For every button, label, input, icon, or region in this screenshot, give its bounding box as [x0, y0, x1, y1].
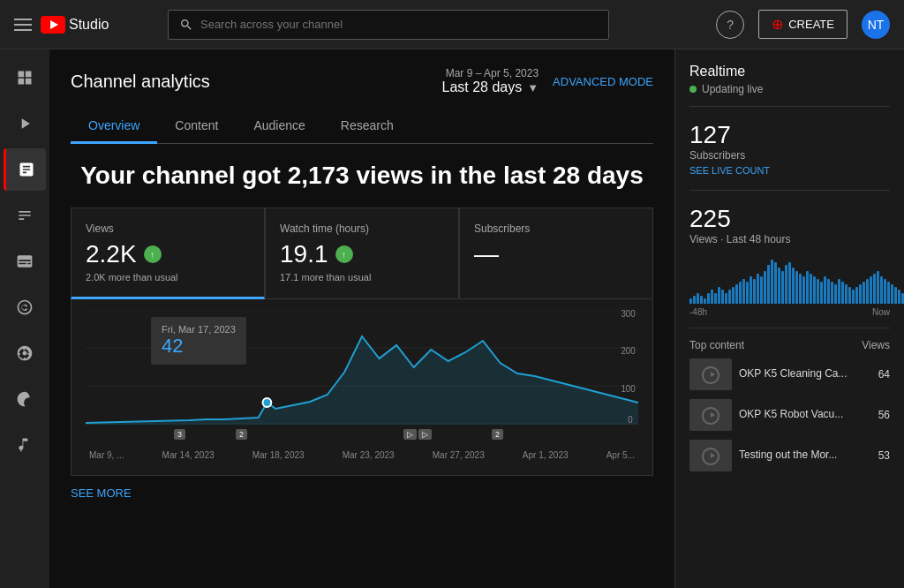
youtube-icon [41, 16, 65, 34]
sidebar-item-analytics[interactable] [4, 148, 46, 191]
see-live-count-link[interactable]: SEE LIVE COUNT [689, 165, 890, 176]
time-label-start: -48h [689, 307, 707, 317]
mini-bar-item [802, 276, 805, 304]
content-title-1: OKP K5 Robot Vacu... [739, 408, 871, 422]
mini-bar-item [725, 293, 727, 305]
help-button[interactable]: ? [716, 11, 744, 39]
content-title-2: Testing out the Mor... [739, 449, 871, 463]
content-views-2: 53 [878, 449, 890, 462]
search-bar[interactable] [168, 10, 609, 40]
sidebar-item-earn[interactable] [4, 332, 46, 374]
mini-bar-item [711, 290, 713, 304]
mini-bar-item [746, 282, 749, 304]
mini-bar-item [714, 293, 717, 305]
svg-point-6 [263, 398, 272, 407]
content-icon [16, 115, 34, 132]
dropdown-arrow-icon[interactable]: ▼ [527, 81, 539, 94]
tab-content[interactable]: Content [157, 109, 236, 144]
content-title-0: OKP K5 Cleaning Ca... [739, 367, 871, 381]
create-button[interactable]: ⊕ CREATE [758, 10, 848, 39]
mini-bar-item [742, 279, 745, 304]
search-input[interactable] [200, 18, 598, 31]
main-content: Channel analytics Mar 9 – Apr 5, 2023 La… [49, 49, 904, 588]
mini-bar-item [880, 276, 883, 304]
x-label-1: Mar 14, 2023 [162, 450, 215, 460]
chart-container: Fri, Mar 17, 2023 42 [71, 299, 653, 476]
svg-text:0: 0 [628, 415, 633, 425]
tab-overview[interactable]: Overview [71, 109, 157, 144]
mini-bar-item [718, 287, 720, 304]
views-stat: 225 Views · Last 48 hours [689, 205, 890, 245]
mini-bar-item [848, 287, 851, 304]
content-area: Channel analytics Mar 9 – Apr 5, 2023 La… [49, 49, 904, 588]
layout: Channel analytics Mar 9 – Apr 5, 2023 La… [0, 49, 904, 588]
views-value: 2.2K ↑ [86, 240, 250, 268]
metric-subscribers[interactable]: Subscribers — [459, 207, 653, 299]
avatar-initials: NT [868, 18, 885, 32]
subscribers-stat: 127 Subscribers SEE LIVE COUNT [689, 121, 890, 176]
mini-bar-item [887, 282, 890, 304]
watchtime-value: 19.1 ↑ [280, 240, 444, 268]
watchtime-up-arrow: ↑ [335, 245, 353, 263]
sidebar [0, 49, 49, 588]
metric-views[interactable]: Views 2.2K ↑ 2.0K more than usual [71, 207, 265, 299]
mini-bar-item [863, 282, 865, 304]
content-item-0[interactable]: OKP K5 Cleaning Ca... 64 [689, 358, 890, 390]
mini-bar-item [884, 279, 886, 304]
mini-bar-item [894, 287, 897, 304]
tab-audience[interactable]: Audience [236, 109, 322, 144]
x-label-0: Mar 9, ... [89, 450, 124, 460]
x-axis: Mar 9, ... Mar 14, 2023 Mar 18, 2023 Mar… [86, 450, 638, 460]
sidebar-item-content[interactable] [4, 102, 46, 145]
date-marker-2: 2 [236, 429, 247, 440]
content-views-1: 56 [878, 409, 890, 421]
sidebar-item-subtitles[interactable] [4, 240, 46, 283]
mini-bar-item [852, 290, 855, 304]
metric-watchtime[interactable]: Watch time (hours) 19.1 ↑ 17.1 more than… [265, 207, 459, 299]
metrics-row: Views 2.2K ↑ 2.0K more than usual Watch … [71, 207, 653, 299]
sidebar-item-customize[interactable] [4, 378, 46, 420]
mini-bar-item [697, 293, 699, 305]
sidebar-item-copyright[interactable] [4, 286, 46, 328]
content-thumb-1 [689, 399, 732, 431]
live-indicator: Updating live [689, 83, 890, 95]
mini-bar-item [855, 287, 858, 304]
mini-bar-item [767, 265, 770, 304]
audio-icon [16, 436, 34, 454]
content-item-1[interactable]: OKP K5 Robot Vacu... 56 [689, 399, 890, 431]
mini-bar-item [735, 284, 738, 304]
tooltip-date: Fri, Mar 17, 2023 [162, 324, 236, 335]
menu-button[interactable] [14, 19, 32, 31]
see-more-link[interactable]: SEE MORE [71, 486, 132, 500]
mini-bars-container [689, 260, 890, 304]
subscribers-value: — [474, 240, 638, 268]
watchtime-label: Watch time (hours) [280, 222, 444, 235]
x-label-5: Apr 1, 2023 [523, 450, 569, 460]
divider-3 [689, 328, 890, 328]
mini-bar-item [824, 276, 826, 304]
mini-bar-item [721, 290, 724, 304]
topbar-right: ? ⊕ CREATE NT [716, 10, 890, 39]
mini-bar-item [873, 274, 876, 304]
date-markers: 3 2 ▷ ▷ 2 [86, 429, 638, 447]
tab-research[interactable]: Research [323, 109, 411, 144]
sidebar-item-dashboard[interactable] [4, 57, 46, 99]
live-label: Updating live [702, 83, 763, 95]
sidebar-item-comments[interactable] [4, 194, 46, 237]
avatar[interactable]: NT [862, 11, 890, 39]
content-thumb-0 [689, 358, 732, 390]
date-range-text: Mar 9 – Apr 5, 2023 [442, 67, 539, 79]
create-plus-icon: ⊕ [772, 16, 783, 33]
content-item-2[interactable]: Testing out the Mor... 53 [689, 440, 890, 471]
subscribers-label: Subscribers [474, 222, 638, 235]
mini-bar-item [813, 276, 816, 304]
realtime-title: Realtime [689, 64, 890, 79]
mini-bar-item [774, 262, 777, 304]
sidebar-item-audio[interactable] [4, 424, 46, 466]
copyright-icon [16, 298, 34, 316]
x-label-4: Mar 27, 2023 [433, 450, 485, 460]
advanced-mode-link[interactable]: ADVANCED MODE [553, 75, 653, 88]
date-marker-1: 3 [174, 429, 185, 440]
live-dot [689, 86, 697, 93]
search-icon [179, 18, 193, 32]
